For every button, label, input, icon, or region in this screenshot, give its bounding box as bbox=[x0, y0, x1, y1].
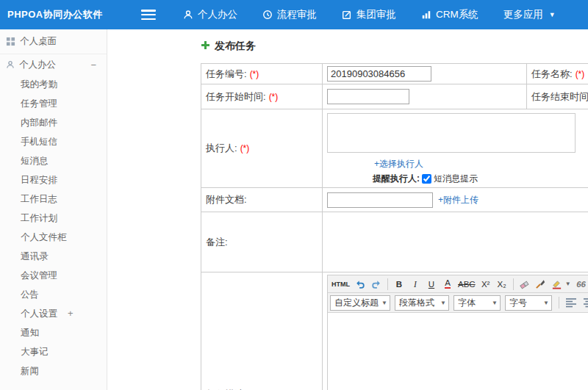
format-brush-icon[interactable] bbox=[534, 277, 548, 292]
required-mark: (*) bbox=[576, 69, 585, 79]
user-icon bbox=[183, 10, 193, 20]
undo-icon[interactable] bbox=[353, 277, 368, 292]
sidebar-item-label: 会议管理 bbox=[21, 270, 57, 281]
highlighter-icon[interactable]: ▼ bbox=[550, 277, 573, 292]
sidebar-item-sms[interactable]: 手机短信 bbox=[0, 132, 107, 151]
font-family-select[interactable]: 字体 ▼ bbox=[453, 295, 501, 311]
required-mark: (*) bbox=[240, 143, 250, 154]
expand-icon[interactable]: + bbox=[68, 304, 74, 323]
sidebar-item-announcement[interactable]: 公告 bbox=[0, 285, 107, 304]
app-window: PHPOA协同办公软件 个人办公 流程审批 集团审批 bbox=[0, 0, 588, 390]
sidebar-item-meeting[interactable]: 会议管理 bbox=[0, 266, 107, 285]
topbar: PHPOA协同办公软件 个人办公 流程审批 集团审批 bbox=[0, 0, 588, 29]
sidebar-item-desktop[interactable]: 个人桌面 bbox=[0, 29, 107, 54]
sidebar-item-label: 内部邮件 bbox=[21, 118, 57, 128]
attachment-input[interactable] bbox=[327, 192, 433, 208]
underline-button[interactable]: U bbox=[424, 277, 439, 292]
sidebar-item-internal-mail[interactable]: 内部邮件 bbox=[0, 113, 107, 132]
attachment-label: 附件文档: bbox=[201, 188, 323, 212]
editor-content-area[interactable] bbox=[328, 313, 588, 390]
nav-item-personal-office[interactable]: 个人办公 bbox=[171, 0, 250, 29]
align-left-icon[interactable] bbox=[563, 295, 579, 310]
sidebar-item-schedule[interactable]: 日程安排 bbox=[0, 170, 107, 189]
task-name-label: 任务名称:(*) bbox=[527, 64, 588, 84]
sidebar-item-label: 通讯录 bbox=[21, 251, 49, 261]
executor-textarea[interactable] bbox=[327, 113, 576, 153]
nav-label: 更多应用 bbox=[503, 8, 543, 21]
sidebar-item-label: 我的考勤 bbox=[21, 79, 57, 90]
app-logo: PHPOA协同办公软件 bbox=[0, 8, 110, 21]
sidebar-item-label: 个人桌面 bbox=[20, 35, 57, 48]
attachment-upload-link[interactable]: +附件上传 bbox=[438, 194, 478, 206]
sms-remind-checkbox[interactable] bbox=[422, 174, 431, 184]
caret-down-icon: ▼ bbox=[549, 11, 556, 18]
select-value: 自定义标题 bbox=[334, 297, 379, 309]
paragraph-format-select[interactable]: 段落格式 ▼ bbox=[395, 295, 449, 311]
sidebar-section-label: 个人办公 bbox=[19, 59, 56, 71]
sidebar-section-personal-settings[interactable]: 个人设置 + bbox=[0, 304, 107, 323]
sidebar-item-label: 工作日志 bbox=[21, 194, 57, 204]
align-center-icon[interactable] bbox=[581, 295, 588, 310]
sidebar-section-personal-office[interactable]: 个人办公 − bbox=[0, 54, 107, 75]
sidebar-item-short-message[interactable]: 短消息 bbox=[0, 151, 107, 170]
nav-label: 流程审批 bbox=[277, 8, 317, 21]
remind-executor-label: 提醒执行人: bbox=[373, 173, 420, 185]
font-size-select[interactable]: 字号 ▼ bbox=[505, 295, 552, 311]
required-mark: (*) bbox=[250, 69, 259, 79]
strikethrough-button[interactable]: ABC bbox=[456, 277, 477, 292]
nav-item-process-approval[interactable]: 流程审批 bbox=[250, 0, 329, 29]
task-no-input[interactable] bbox=[327, 66, 431, 82]
nav-item-group-approval[interactable]: 集团审批 bbox=[329, 0, 409, 29]
select-value: 段落格式 bbox=[399, 297, 434, 309]
sidebar-item-notice[interactable]: 通知 bbox=[0, 323, 107, 342]
redo-icon[interactable] bbox=[369, 277, 384, 292]
sidebar-item-label: 个人文件柜 bbox=[21, 232, 67, 242]
sidebar-item-file-cabinet[interactable]: 个人文件柜 bbox=[0, 228, 107, 247]
sidebar-item-work-plan[interactable]: 工作计划 bbox=[0, 209, 107, 228]
sidebar-item-label: 新闻 bbox=[21, 366, 39, 376]
clock-icon bbox=[262, 10, 273, 20]
font-color-button[interactable]: A bbox=[445, 279, 451, 289]
sidebar-item-label: 通知 bbox=[21, 328, 39, 338]
italic-button[interactable]: I bbox=[408, 277, 423, 292]
editor-toolbar-row2: 自定义标题 ▼ 段落格式 ▼ 字体 ▼ bbox=[328, 293, 588, 313]
blockquote-button[interactable]: 66 bbox=[574, 277, 588, 292]
sms-remind-label: 短消息提示 bbox=[434, 173, 478, 185]
source-code-button[interactable]: HTML bbox=[330, 277, 351, 292]
start-time-input[interactable] bbox=[327, 89, 409, 104]
task-no-label: 任务编号:(*) bbox=[201, 64, 323, 84]
sidebar-item-attendance[interactable]: 我的考勤 bbox=[0, 75, 107, 94]
nav-label: CRM系统 bbox=[436, 8, 478, 21]
user-icon bbox=[6, 60, 15, 69]
caret-down-icon: ▼ bbox=[440, 300, 446, 306]
caret-down-icon: ▼ bbox=[543, 300, 549, 306]
remark-textarea[interactable] bbox=[327, 214, 574, 267]
main-content: 发布任务 任务编号:(*) 任务名称:(*) bbox=[107, 29, 588, 390]
nav-item-more-apps[interactable]: 更多应用 ▼ bbox=[491, 0, 568, 29]
sidebar-item-work-log[interactable]: 工作日志 bbox=[0, 189, 107, 209]
top-nav: 个人办公 流程审批 集团审批 CRM系统 更多应用 bbox=[171, 0, 568, 29]
sidebar-item-news[interactable]: 新闻 bbox=[0, 361, 107, 380]
menu-toggle-icon[interactable] bbox=[141, 10, 156, 20]
page-title-text: 发布任务 bbox=[215, 40, 256, 53]
caret-down-icon: ▼ bbox=[381, 300, 387, 306]
executor-label: 执行人:(*) bbox=[201, 109, 323, 188]
eraser-icon[interactable] bbox=[517, 277, 532, 292]
toolbar-separator bbox=[387, 278, 388, 290]
collapse-icon[interactable]: − bbox=[90, 59, 96, 71]
sidebar-item-contacts[interactable]: 通讯录 bbox=[0, 247, 107, 266]
caret-down-icon: ▼ bbox=[565, 281, 571, 287]
superscript-button[interactable]: X² bbox=[478, 277, 493, 292]
nav-item-crm[interactable]: CRM系统 bbox=[409, 0, 491, 29]
bold-button[interactable]: B bbox=[392, 277, 406, 292]
chart-icon bbox=[421, 10, 431, 20]
subscript-button[interactable]: X₂ bbox=[495, 277, 509, 292]
sidebar-item-label: 手机短信 bbox=[21, 137, 57, 147]
choose-executor-link[interactable]: +选择执行人 bbox=[374, 158, 423, 170]
sidebar-item-task-management[interactable]: 任务管理 bbox=[0, 94, 107, 113]
nav-label: 个人办公 bbox=[198, 8, 237, 21]
page-title: 发布任务 bbox=[201, 38, 588, 54]
custom-title-select[interactable]: 自定义标题 ▼ bbox=[330, 295, 390, 311]
sidebar-item-milestones[interactable]: 大事记 bbox=[0, 342, 107, 361]
sidebar-item-label: 公告 bbox=[21, 289, 39, 300]
